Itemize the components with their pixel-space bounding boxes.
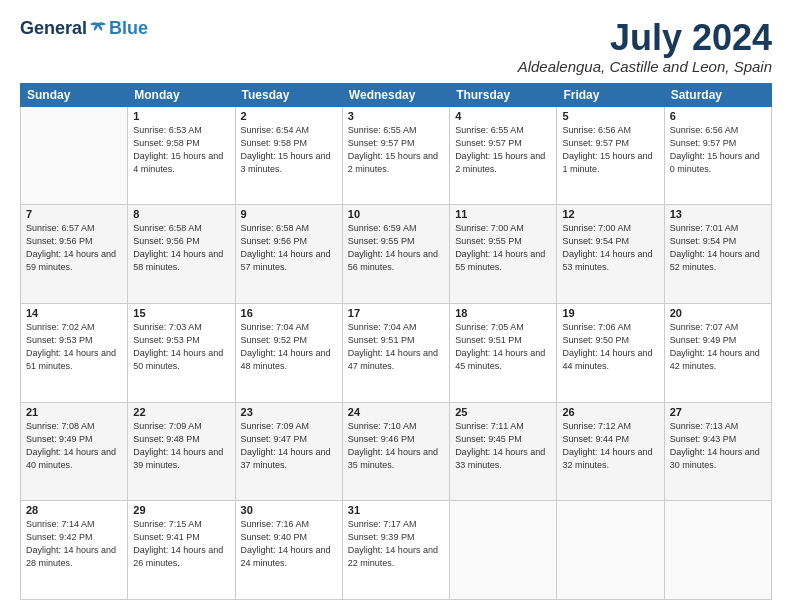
day-cell: 20Sunrise: 7:07 AMSunset: 9:49 PMDayligh…	[664, 303, 771, 402]
day-info: Sunrise: 7:17 AMSunset: 9:39 PMDaylight:…	[348, 518, 444, 570]
day-number: 3	[348, 110, 444, 122]
day-number: 19	[562, 307, 658, 319]
week-row-2: 7Sunrise: 6:57 AMSunset: 9:56 PMDaylight…	[21, 205, 772, 304]
day-cell: 31Sunrise: 7:17 AMSunset: 9:39 PMDayligh…	[342, 501, 449, 600]
day-cell: 14Sunrise: 7:02 AMSunset: 9:53 PMDayligh…	[21, 303, 128, 402]
day-info: Sunrise: 7:06 AMSunset: 9:50 PMDaylight:…	[562, 321, 658, 373]
day-number: 26	[562, 406, 658, 418]
day-info: Sunrise: 7:07 AMSunset: 9:49 PMDaylight:…	[670, 321, 766, 373]
day-number: 4	[455, 110, 551, 122]
day-number: 8	[133, 208, 229, 220]
day-number: 30	[241, 504, 337, 516]
day-number: 31	[348, 504, 444, 516]
day-cell: 23Sunrise: 7:09 AMSunset: 9:47 PMDayligh…	[235, 402, 342, 501]
day-cell: 13Sunrise: 7:01 AMSunset: 9:54 PMDayligh…	[664, 205, 771, 304]
day-cell: 2Sunrise: 6:54 AMSunset: 9:58 PMDaylight…	[235, 106, 342, 205]
day-info: Sunrise: 7:01 AMSunset: 9:54 PMDaylight:…	[670, 222, 766, 274]
day-number: 18	[455, 307, 551, 319]
day-info: Sunrise: 7:13 AMSunset: 9:43 PMDaylight:…	[670, 420, 766, 472]
day-number: 9	[241, 208, 337, 220]
week-row-3: 14Sunrise: 7:02 AMSunset: 9:53 PMDayligh…	[21, 303, 772, 402]
day-info: Sunrise: 7:08 AMSunset: 9:49 PMDaylight:…	[26, 420, 122, 472]
day-number: 21	[26, 406, 122, 418]
day-cell	[21, 106, 128, 205]
day-cell: 5Sunrise: 6:56 AMSunset: 9:57 PMDaylight…	[557, 106, 664, 205]
day-number: 6	[670, 110, 766, 122]
location-subtitle: Aldealengua, Castille and Leon, Spain	[518, 58, 772, 75]
week-row-1: 1Sunrise: 6:53 AMSunset: 9:58 PMDaylight…	[21, 106, 772, 205]
day-info: Sunrise: 7:05 AMSunset: 9:51 PMDaylight:…	[455, 321, 551, 373]
day-cell: 11Sunrise: 7:00 AMSunset: 9:55 PMDayligh…	[450, 205, 557, 304]
day-number: 16	[241, 307, 337, 319]
day-cell: 18Sunrise: 7:05 AMSunset: 9:51 PMDayligh…	[450, 303, 557, 402]
day-cell: 12Sunrise: 7:00 AMSunset: 9:54 PMDayligh…	[557, 205, 664, 304]
header-wednesday: Wednesday	[342, 83, 449, 106]
day-cell: 22Sunrise: 7:09 AMSunset: 9:48 PMDayligh…	[128, 402, 235, 501]
day-number: 14	[26, 307, 122, 319]
day-cell: 19Sunrise: 7:06 AMSunset: 9:50 PMDayligh…	[557, 303, 664, 402]
day-info: Sunrise: 6:55 AMSunset: 9:57 PMDaylight:…	[455, 124, 551, 176]
day-info: Sunrise: 6:58 AMSunset: 9:56 PMDaylight:…	[133, 222, 229, 274]
day-info: Sunrise: 6:56 AMSunset: 9:57 PMDaylight:…	[670, 124, 766, 176]
day-number: 29	[133, 504, 229, 516]
weekday-header-row: Sunday Monday Tuesday Wednesday Thursday…	[21, 83, 772, 106]
day-info: Sunrise: 7:15 AMSunset: 9:41 PMDaylight:…	[133, 518, 229, 570]
day-cell: 9Sunrise: 6:58 AMSunset: 9:56 PMDaylight…	[235, 205, 342, 304]
day-number: 10	[348, 208, 444, 220]
header: General Blue July 2024 Aldealengua, Cast…	[20, 18, 772, 75]
day-info: Sunrise: 6:57 AMSunset: 9:56 PMDaylight:…	[26, 222, 122, 274]
day-info: Sunrise: 7:02 AMSunset: 9:53 PMDaylight:…	[26, 321, 122, 373]
logo-text: General Blue	[20, 18, 148, 39]
day-cell: 4Sunrise: 6:55 AMSunset: 9:57 PMDaylight…	[450, 106, 557, 205]
day-cell: 16Sunrise: 7:04 AMSunset: 9:52 PMDayligh…	[235, 303, 342, 402]
header-thursday: Thursday	[450, 83, 557, 106]
page: General Blue July 2024 Aldealengua, Cast…	[0, 0, 792, 612]
day-number: 2	[241, 110, 337, 122]
day-number: 13	[670, 208, 766, 220]
week-row-4: 21Sunrise: 7:08 AMSunset: 9:49 PMDayligh…	[21, 402, 772, 501]
day-number: 24	[348, 406, 444, 418]
day-number: 28	[26, 504, 122, 516]
day-cell: 3Sunrise: 6:55 AMSunset: 9:57 PMDaylight…	[342, 106, 449, 205]
day-info: Sunrise: 7:03 AMSunset: 9:53 PMDaylight:…	[133, 321, 229, 373]
day-cell: 29Sunrise: 7:15 AMSunset: 9:41 PMDayligh…	[128, 501, 235, 600]
day-number: 23	[241, 406, 337, 418]
day-cell: 27Sunrise: 7:13 AMSunset: 9:43 PMDayligh…	[664, 402, 771, 501]
day-number: 7	[26, 208, 122, 220]
day-info: Sunrise: 7:12 AMSunset: 9:44 PMDaylight:…	[562, 420, 658, 472]
logo-blue: Blue	[109, 18, 148, 39]
day-number: 17	[348, 307, 444, 319]
day-number: 27	[670, 406, 766, 418]
day-info: Sunrise: 6:59 AMSunset: 9:55 PMDaylight:…	[348, 222, 444, 274]
day-number: 15	[133, 307, 229, 319]
day-info: Sunrise: 7:16 AMSunset: 9:40 PMDaylight:…	[241, 518, 337, 570]
day-info: Sunrise: 7:10 AMSunset: 9:46 PMDaylight:…	[348, 420, 444, 472]
day-cell: 30Sunrise: 7:16 AMSunset: 9:40 PMDayligh…	[235, 501, 342, 600]
day-cell: 24Sunrise: 7:10 AMSunset: 9:46 PMDayligh…	[342, 402, 449, 501]
day-number: 20	[670, 307, 766, 319]
day-info: Sunrise: 6:54 AMSunset: 9:58 PMDaylight:…	[241, 124, 337, 176]
month-year-title: July 2024	[518, 18, 772, 58]
day-info: Sunrise: 7:09 AMSunset: 9:48 PMDaylight:…	[133, 420, 229, 472]
day-info: Sunrise: 7:14 AMSunset: 9:42 PMDaylight:…	[26, 518, 122, 570]
day-cell: 1Sunrise: 6:53 AMSunset: 9:58 PMDaylight…	[128, 106, 235, 205]
day-cell: 10Sunrise: 6:59 AMSunset: 9:55 PMDayligh…	[342, 205, 449, 304]
day-info: Sunrise: 6:58 AMSunset: 9:56 PMDaylight:…	[241, 222, 337, 274]
week-row-5: 28Sunrise: 7:14 AMSunset: 9:42 PMDayligh…	[21, 501, 772, 600]
day-cell: 26Sunrise: 7:12 AMSunset: 9:44 PMDayligh…	[557, 402, 664, 501]
day-info: Sunrise: 7:04 AMSunset: 9:51 PMDaylight:…	[348, 321, 444, 373]
day-cell: 21Sunrise: 7:08 AMSunset: 9:49 PMDayligh…	[21, 402, 128, 501]
header-monday: Monday	[128, 83, 235, 106]
day-number: 12	[562, 208, 658, 220]
day-cell	[557, 501, 664, 600]
day-cell	[450, 501, 557, 600]
logo-bird-icon	[88, 21, 108, 37]
day-number: 11	[455, 208, 551, 220]
calendar-table: Sunday Monday Tuesday Wednesday Thursday…	[20, 83, 772, 600]
title-section: July 2024 Aldealengua, Castille and Leon…	[518, 18, 772, 75]
logo: General Blue	[20, 18, 148, 39]
day-cell: 17Sunrise: 7:04 AMSunset: 9:51 PMDayligh…	[342, 303, 449, 402]
header-sunday: Sunday	[21, 83, 128, 106]
day-number: 5	[562, 110, 658, 122]
day-cell: 7Sunrise: 6:57 AMSunset: 9:56 PMDaylight…	[21, 205, 128, 304]
